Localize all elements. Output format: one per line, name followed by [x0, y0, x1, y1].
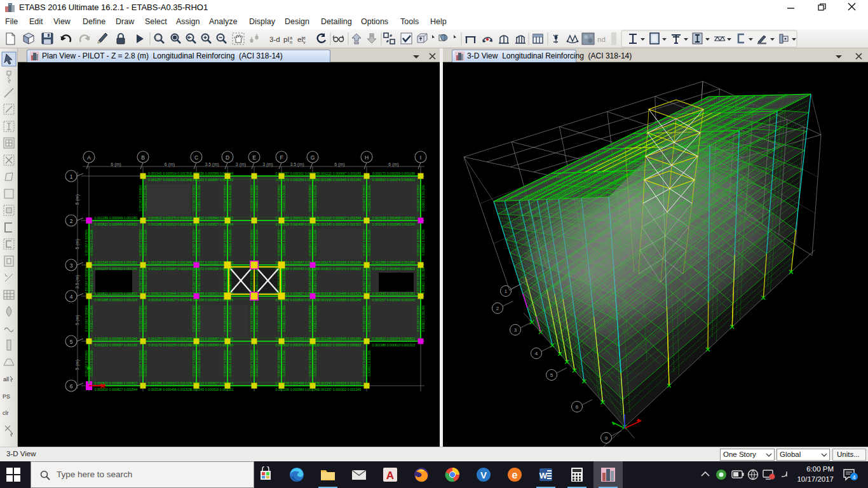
svg-text:0.000822 0.001286: 0.000822 0.001286 — [229, 229, 232, 256]
svg-text:0.001387 0.000593: 0.001387 0.000593 — [85, 229, 88, 256]
svg-text:0.001387 0.000593: 0.001387 0.000593 — [250, 350, 254, 377]
svg-text:1: 1 — [505, 288, 508, 294]
svg-text:0.000822 0.001286: 0.000822 0.001286 — [229, 350, 232, 377]
svg-text:0.001610 0.000827 0.001544: 0.001610 0.000827 0.001544 — [148, 298, 191, 302]
svg-text:0.000822 0.001286: 0.000822 0.001286 — [368, 229, 371, 256]
svg-text:pl: pl — [283, 36, 289, 43]
svg-text:0.000822 0.001286: 0.000822 0.001286 — [90, 229, 93, 256]
svg-text:B: B — [141, 154, 145, 161]
svg-text:0.001343 0.000516 0.001351: 0.001343 0.000516 0.001351 — [372, 292, 416, 295]
svg-text:6: 6 — [70, 383, 73, 390]
svg-text:0.000822 0.001286: 0.000822 0.001286 — [198, 229, 201, 256]
svg-text:0.001387 0.000593: 0.001387 0.000593 — [417, 229, 420, 256]
svg-text:0.001388 0.000610 0.001315: 0.001388 0.000610 0.001315 — [148, 381, 191, 385]
svg-text:0.000822 0.000846 0.000822: 0.000822 0.000846 0.000822 — [95, 222, 138, 226]
svg-text:0.000822 0.001286: 0.000822 0.001286 — [422, 306, 425, 332]
svg-text:0.000822 0.001286: 0.000822 0.001286 — [283, 268, 286, 294]
svg-text:0.001289 0.000949 0.001280: 0.001289 0.000949 0.001280 — [372, 261, 416, 264]
svg-text:0.001336 0.000589 0.001346: 0.001336 0.000589 0.001346 — [318, 298, 362, 302]
svg-text:5 (m): 5 (m) — [75, 360, 80, 370]
svg-text:0.001387 0.000593: 0.001387 0.000593 — [139, 350, 142, 377]
svg-text:4: 4 — [852, 474, 855, 480]
svg-text:0.000822 0.001286: 0.000822 0.001286 — [368, 350, 371, 377]
svg-text:0.001343 0.000516 0.001351: 0.001343 0.000516 0.001351 — [148, 172, 191, 175]
svg-text:0.001387 0.000593: 0.001387 0.000593 — [309, 306, 312, 332]
svg-text:all: all — [3, 376, 9, 383]
svg-text:0.001387 0.000593: 0.001387 0.000593 — [278, 185, 281, 212]
svg-text:0.000822 0.001286: 0.000822 0.001286 — [283, 350, 286, 377]
svg-text:0.001387 0.000593: 0.001387 0.000593 — [224, 229, 227, 256]
svg-text:0.001387 0.000593: 0.001387 0.000593 — [250, 306, 254, 332]
svg-text:0.001257 0.000302 0.001345: 0.001257 0.000302 0.001345 — [148, 337, 191, 341]
svg-text:0.001172 0.000259 0.001199: 0.001172 0.000259 0.001199 — [318, 261, 361, 264]
svg-text:3.5 (m): 3.5 (m) — [75, 274, 80, 288]
svg-text:0.001538 0.000498 0.001525: 0.001538 0.000498 0.001525 — [148, 388, 191, 391]
svg-text:V: V — [480, 470, 487, 480]
svg-text:0.001387 0.000593: 0.001387 0.000593 — [363, 229, 366, 256]
svg-text:2: 2 — [496, 306, 499, 311]
svg-text:D: D — [226, 154, 229, 161]
svg-text:0.001257 0.000302 0.001345: 0.001257 0.000302 0.001345 — [372, 298, 416, 302]
svg-text:0.001289 0.000949 0.001280: 0.001289 0.000949 0.001280 — [318, 178, 362, 182]
svg-text:clr: clr — [3, 410, 9, 416]
svg-text:0.000822 0.001286: 0.000822 0.001286 — [90, 268, 93, 294]
svg-text:0.000822 0.001286: 0.000822 0.001286 — [283, 229, 286, 256]
svg-text:5: 5 — [550, 372, 553, 378]
svg-text:0.001257 0.000302 0.001345: 0.001257 0.000302 0.001345 — [318, 388, 362, 391]
svg-text:e: e — [512, 470, 518, 480]
svg-text:0.001387 0.000593: 0.001387 0.000593 — [250, 229, 254, 256]
svg-text:3: 3 — [70, 262, 73, 269]
svg-text:0.000822 0.000376 0.000822: 0.000822 0.000376 0.000822 — [372, 178, 416, 182]
svg-text:0.001387 0.000593: 0.001387 0.000593 — [193, 268, 196, 294]
svg-text:0.001388 0.000610 0.001315: 0.001388 0.000610 0.001315 — [148, 222, 191, 226]
svg-text:0.000822 0.000376 0.000822: 0.000822 0.000376 0.000822 — [318, 267, 362, 271]
svg-text:A: A — [87, 154, 91, 161]
svg-text:6 (m): 6 (m) — [165, 162, 175, 167]
svg-text:0.001221 0.000687 0.001183: 0.001221 0.000687 0.001183 — [148, 267, 191, 271]
svg-text:0.001387 0.000593: 0.001387 0.000593 — [193, 306, 196, 332]
svg-text:0.001610 0.000827 0.001544: 0.001610 0.000827 0.001544 — [318, 216, 362, 220]
svg-text:5 (m): 5 (m) — [75, 194, 80, 205]
svg-text:0.001387 0.000593: 0.001387 0.000593 — [224, 268, 227, 294]
svg-text:0.000822 0.001286: 0.000822 0.001286 — [144, 350, 147, 377]
svg-text:0.001387 0.000593: 0.001387 0.000593 — [363, 185, 366, 212]
svg-text:4: 4 — [535, 351, 538, 356]
svg-text:0.001387 0.000593: 0.001387 0.000593 — [139, 229, 142, 256]
svg-text:0.000822 0.000846 0.000822: 0.000822 0.000846 0.000822 — [318, 343, 362, 347]
svg-text:n: n — [290, 40, 292, 44]
svg-text:0.001336 0.000589 0.001346: 0.001336 0.000589 0.001346 — [148, 261, 191, 264]
svg-text:3.5 (m): 3.5 (m) — [205, 162, 219, 167]
svg-text:nd: nd — [597, 36, 606, 43]
svg-text:A: A — [386, 470, 394, 482]
svg-text:0.001387 0.000593: 0.001387 0.000593 — [139, 268, 142, 294]
svg-text:0.000822 0.001286: 0.000822 0.001286 — [144, 306, 147, 332]
svg-text:3-d: 3-d — [269, 36, 280, 43]
svg-text:0.000822 0.001286: 0.000822 0.001286 — [198, 350, 201, 377]
svg-text:2: 2 — [70, 218, 73, 224]
svg-text:0.000822 0.001286: 0.000822 0.001286 — [198, 306, 201, 332]
svg-text:0.001387 0.000593: 0.001387 0.000593 — [363, 268, 366, 294]
svg-text:6: 6 — [576, 404, 579, 410]
svg-text:1: 1 — [70, 173, 73, 180]
svg-text:0.001387 0.000593: 0.001387 0.000593 — [85, 268, 88, 294]
svg-text:5 (m): 5 (m) — [75, 239, 80, 249]
svg-text:0.000822 0.001286: 0.000822 0.001286 — [314, 350, 317, 377]
svg-text:0.000822 0.001286: 0.000822 0.001286 — [314, 268, 317, 294]
svg-text:0.000822 0.001286: 0.000822 0.001286 — [255, 306, 259, 332]
svg-text:0.001387 0.000593: 0.001387 0.000593 — [250, 268, 254, 294]
svg-text:5 (m): 5 (m) — [75, 315, 80, 325]
svg-text:0.001172 0.000259 0.001199: 0.001172 0.000259 0.001199 — [148, 343, 191, 347]
svg-text:el: el — [297, 36, 303, 43]
svg-text:0.000822 0.001286: 0.000822 0.001286 — [255, 350, 259, 377]
svg-text:0.000822 0.001286: 0.000822 0.001286 — [144, 268, 147, 294]
svg-text:0.001343 0.000516 0.001351: 0.001343 0.000516 0.001351 — [95, 261, 138, 264]
svg-text:0.001387 0.000593: 0.001387 0.000593 — [363, 306, 366, 332]
svg-text:e: e — [303, 36, 306, 40]
svg-text:0.001387 0.000593: 0.001387 0.000593 — [309, 229, 312, 256]
svg-text:0.000822 0.001286: 0.000822 0.001286 — [144, 229, 147, 256]
svg-text:0.001172 0.000259 0.001199: 0.001172 0.000259 0.001199 — [372, 172, 415, 175]
svg-text:6 (m): 6 (m) — [334, 162, 344, 167]
svg-text:0.001387 0.000593: 0.001387 0.000593 — [85, 306, 88, 332]
svg-text:0.001388 0.000610 0.001315: 0.001388 0.000610 0.001315 — [95, 298, 138, 302]
svg-text:E: E — [252, 154, 256, 161]
